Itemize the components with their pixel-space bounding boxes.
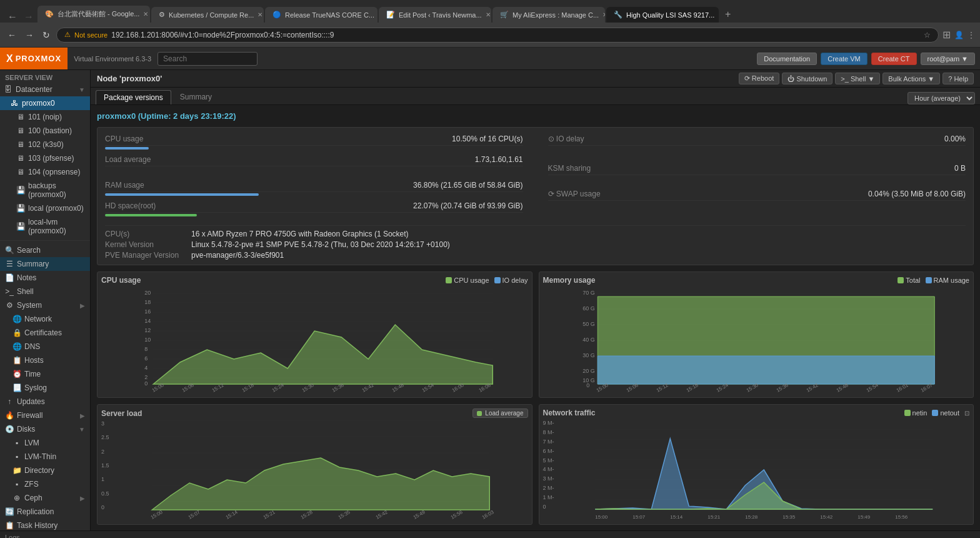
sidebar-menu-time[interactable]: ⏰ Time bbox=[0, 367, 90, 381]
bottom-bar-label[interactable]: Logs bbox=[5, 534, 20, 539]
sidebar-menu-notes[interactable]: 📄 Notes bbox=[0, 271, 90, 285]
nav-forward-icon[interactable]: → bbox=[21, 11, 36, 23]
tab-summary-main[interactable]: Summary bbox=[172, 90, 219, 104]
sidebar-menu-hosts[interactable]: 📋 Hosts bbox=[0, 353, 90, 367]
tab-item[interactable]: 🔵 Release TrueNAS CORE C... ✕ bbox=[265, 7, 378, 23]
sidebar-item-label: LVM-Thin bbox=[24, 452, 56, 461]
tab-summary[interactable]: Package versions bbox=[96, 90, 171, 104]
sidebar-menu-syslog[interactable]: 📃 Syslog bbox=[0, 381, 90, 395]
svg-text:0: 0 bbox=[586, 382, 589, 388]
sidebar-item-104[interactable]: 🖥 104 (opnsense) bbox=[0, 165, 90, 179]
sidebar-menu-certificates[interactable]: 🔒 Certificates bbox=[0, 326, 90, 340]
sidebar-menu-firewall[interactable]: 🔥 Firewall ▶ bbox=[0, 409, 90, 422]
pve-manager-value: pve-manager/6.3-3/ee5f901 bbox=[191, 251, 966, 260]
reload-button[interactable]: ↻ bbox=[40, 28, 52, 43]
security-icon: ⚠ bbox=[64, 31, 71, 39]
shutdown-button[interactable]: ⏻ Shutdown bbox=[782, 73, 832, 84]
nav-back-icon[interactable]: ← bbox=[5, 11, 20, 23]
svg-text:15:07: 15:07 bbox=[188, 509, 201, 520]
load-avg-row: Load average 1.73,1.60,1.61 bbox=[105, 153, 523, 166]
sidebar-menu-search[interactable]: 🔍 Search bbox=[0, 243, 90, 257]
sidebar-menu-system[interactable]: ⚙ System ▶ bbox=[0, 298, 90, 312]
right-stats: ⊙ IO delay 0.00% KSM sharing 0 B ⟳ SWAP … bbox=[548, 133, 966, 220]
svg-text:15:42: 15:42 bbox=[375, 509, 389, 520]
back-button[interactable]: ← bbox=[5, 28, 19, 43]
help-button[interactable]: ? Help bbox=[942, 73, 974, 84]
time-selector[interactable]: Hour (average) bbox=[908, 92, 975, 104]
cpu-area bbox=[153, 325, 492, 384]
sidebar-menu-ceph[interactable]: ⊕ Ceph ▶ bbox=[0, 491, 90, 505]
sidebar-item-backups[interactable]: 💾 backups (proxmox0) bbox=[0, 179, 90, 201]
sidebar-menu-updates[interactable]: ↑ Updates bbox=[0, 395, 90, 409]
sidebar-menu-summary[interactable]: ☰ Summary bbox=[0, 257, 90, 271]
ram-usage-value: 36.80% (21.65 GiB of 58.84 GiB) bbox=[413, 181, 522, 190]
sidebar-menu-directory[interactable]: 📁 Directory bbox=[0, 464, 90, 477]
server-load-y-axis: 3 2.5 2 1.5 1 0.5 0 bbox=[101, 420, 114, 520]
extensions-icon[interactable]: ⊞ bbox=[942, 29, 951, 41]
tab-item-active[interactable]: 🔧 High Quality LSI SAS 9217... ✕ bbox=[606, 7, 719, 23]
sidebar-item-local[interactable]: 💾 local (proxmox0) bbox=[0, 201, 90, 215]
sidebar-menu-task-history[interactable]: 📋 Task History bbox=[0, 519, 90, 530]
documentation-button[interactable]: Documentation bbox=[757, 53, 817, 65]
new-tab-button[interactable]: + bbox=[720, 6, 736, 23]
sidebar-menu-network[interactable]: 🌐 Network bbox=[0, 312, 90, 326]
sidebar-item-datacenter[interactable]: 🗄 Datacenter ▼ bbox=[0, 83, 90, 96]
server-load-svg: 15:00 15:07 15:14 15:21 15:28 15:35 15:4… bbox=[114, 420, 528, 520]
address-bar[interactable]: ⚠ Not secure 192.168.1.201:8006/#v1:0=no… bbox=[56, 28, 939, 43]
tab-item[interactable]: 📝 Edit Post ‹ Travis Newma... ✕ bbox=[379, 7, 491, 23]
sidebar-item-local-lvm[interactable]: 💾 local-lvm (proxmox0) bbox=[0, 215, 90, 238]
tab-close-icon[interactable]: ✕ bbox=[258, 11, 262, 18]
load-average-button[interactable]: Load average bbox=[472, 409, 528, 418]
forward-button[interactable]: → bbox=[22, 28, 36, 43]
tab-close-icon[interactable]: ✕ bbox=[718, 11, 719, 18]
sidebar-item-label: Network bbox=[24, 315, 52, 323]
cpu-legend-label: CPU usage bbox=[454, 277, 489, 284]
dns-icon: 🌐 bbox=[12, 342, 21, 351]
replication-icon: 🔄 bbox=[5, 507, 14, 516]
io-legend-item: IO delay bbox=[494, 277, 528, 284]
sidebar-item-label: 104 (opnsense) bbox=[28, 168, 80, 176]
create-vm-button[interactable]: Create VM bbox=[821, 53, 868, 65]
tab-item[interactable]: ⚙ Kubernetes / Compute Re... ✕ bbox=[151, 7, 264, 23]
address-text: 192.168.1.201:8006/#v1:0=node%2Fproxmox0… bbox=[111, 31, 920, 39]
node-actions: ⟳ Reboot ⏻ Shutdown >_ Shell ▼ Bulk Acti… bbox=[739, 73, 974, 84]
search-input[interactable] bbox=[158, 52, 258, 66]
content-tab-bar: Package versions Summary Hour (average) bbox=[91, 88, 980, 105]
shell-button[interactable]: >_ Shell ▼ bbox=[835, 73, 880, 84]
sidebar-item-proxmox0[interactable]: 🖧 proxmox0 bbox=[0, 96, 90, 110]
menu-icon[interactable]: ⋮ bbox=[968, 31, 975, 39]
sidebar-item-100[interactable]: 🖥 100 (bastion) bbox=[0, 124, 90, 138]
tab-item[interactable]: 🎨 台北當代藝術館 - Google... ✕ bbox=[38, 6, 150, 23]
tab-bar: ← → 🎨 台北當代藝術館 - Google... ✕ ⚙ Kubernetes… bbox=[0, 0, 980, 23]
tab-close-icon[interactable]: ✕ bbox=[143, 11, 148, 18]
sidebar-menu-lvm-thin[interactable]: ▪ LVM-Thin bbox=[0, 450, 90, 464]
sidebar-item-102[interactable]: 🖥 102 (k3s0) bbox=[0, 138, 90, 151]
tab-item[interactable]: 🛒 My AliExpress : Manage C... ✕ bbox=[492, 7, 605, 23]
sidebar-menu-zfs[interactable]: ▪ ZFS bbox=[0, 477, 90, 491]
bulk-actions-button[interactable]: Bulk Actions ▼ bbox=[882, 73, 940, 84]
sidebar-menu-shell[interactable]: >_ Shell bbox=[0, 285, 90, 298]
server-load-chart-card: Server load Load average 3 2.5 2 bbox=[97, 404, 532, 525]
sidebar-item-label: proxmox0 bbox=[22, 99, 55, 108]
memory-chart-legend: Total RAM usage bbox=[898, 277, 969, 284]
network-expand-icon[interactable]: ⊡ bbox=[964, 410, 969, 417]
create-ct-button[interactable]: Create CT bbox=[871, 53, 917, 65]
tab-close-icon[interactable]: ✕ bbox=[486, 11, 491, 18]
proxmox0-icon: 🖧 bbox=[10, 99, 19, 108]
memory-chart-card: Memory usage Total RAM usage bbox=[539, 272, 974, 398]
total-legend-item: Total bbox=[898, 277, 920, 284]
sidebar-menu-disks[interactable]: 💿 Disks ▼ bbox=[0, 422, 90, 436]
tab-close-icon[interactable]: ✕ bbox=[602, 11, 605, 18]
user-menu-button[interactable]: root@pam ▼ bbox=[921, 53, 975, 65]
disks-icon: 💿 bbox=[5, 425, 14, 434]
node-bar: Node 'proxmox0' ⟳ Reboot ⏻ Shutdown >_ S… bbox=[91, 70, 980, 88]
reboot-button[interactable]: ⟳ Reboot bbox=[739, 73, 780, 84]
sidebar-menu-replication[interactable]: 🔄 Replication bbox=[0, 505, 90, 519]
sidebar-menu-dns[interactable]: 🌐 DNS bbox=[0, 340, 90, 353]
sidebar-item-101[interactable]: 🖥 101 (noip) bbox=[0, 110, 90, 124]
sidebar-menu-lvm[interactable]: ▪ LVM bbox=[0, 436, 90, 450]
profile-icon[interactable]: 👤 bbox=[954, 31, 964, 39]
content-tabs: Package versions Summary bbox=[96, 90, 219, 104]
bookmark-icon[interactable]: ☆ bbox=[924, 31, 931, 39]
sidebar-item-103[interactable]: 🖥 103 (pfsense) bbox=[0, 151, 90, 165]
